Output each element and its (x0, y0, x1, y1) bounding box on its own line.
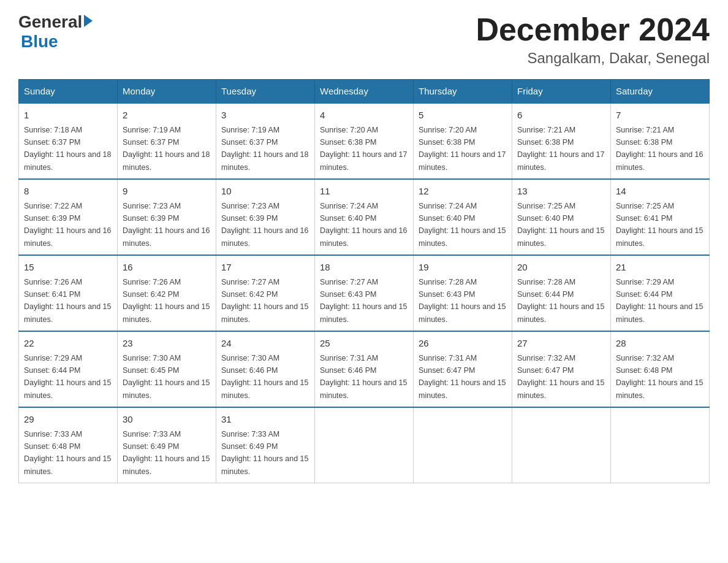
calendar-day-cell: 18 Sunrise: 7:27 AMSunset: 6:43 PMDaylig… (315, 255, 414, 331)
day-info: Sunrise: 7:18 AMSunset: 6:37 PMDaylight:… (24, 126, 111, 172)
column-header-sunday: Sunday (19, 80, 118, 104)
day-info: Sunrise: 7:27 AMSunset: 6:42 PMDaylight:… (221, 278, 308, 324)
day-info: Sunrise: 7:24 AMSunset: 6:40 PMDaylight:… (320, 202, 407, 248)
day-info: Sunrise: 7:31 AMSunset: 6:47 PMDaylight:… (419, 354, 506, 400)
calendar-day-cell: 5 Sunrise: 7:20 AMSunset: 6:38 PMDayligh… (414, 103, 512, 179)
empty-cell (611, 407, 710, 483)
title-block: December 2024 Sangalkam, Dakar, Senegal (476, 12, 710, 67)
day-number: 15 (24, 261, 112, 275)
day-number: 6 (517, 109, 605, 123)
day-info: Sunrise: 7:31 AMSunset: 6:46 PMDaylight:… (320, 354, 407, 400)
day-number: 25 (320, 337, 408, 351)
column-header-tuesday: Tuesday (216, 80, 315, 104)
day-number: 17 (221, 261, 309, 275)
calendar-day-cell: 22 Sunrise: 7:29 AMSunset: 6:44 PMDaylig… (19, 331, 118, 407)
calendar-day-cell: 9 Sunrise: 7:23 AMSunset: 6:39 PMDayligh… (118, 179, 216, 255)
calendar-day-cell: 6 Sunrise: 7:21 AMSunset: 6:38 PMDayligh… (512, 103, 611, 179)
day-number: 30 (123, 413, 211, 427)
calendar-week-row: 29 Sunrise: 7:33 AMSunset: 6:48 PMDaylig… (19, 407, 710, 483)
day-number: 26 (419, 337, 507, 351)
day-number: 2 (123, 109, 211, 123)
day-info: Sunrise: 7:30 AMSunset: 6:45 PMDaylight:… (123, 354, 210, 400)
calendar-day-cell: 23 Sunrise: 7:30 AMSunset: 6:45 PMDaylig… (118, 331, 216, 407)
day-number: 27 (517, 337, 605, 351)
column-header-wednesday: Wednesday (315, 80, 414, 104)
day-info: Sunrise: 7:29 AMSunset: 6:44 PMDaylight:… (24, 354, 111, 400)
day-info: Sunrise: 7:28 AMSunset: 6:44 PMDaylight:… (517, 278, 604, 324)
day-info: Sunrise: 7:26 AMSunset: 6:41 PMDaylight:… (24, 278, 111, 324)
day-info: Sunrise: 7:19 AMSunset: 6:37 PMDaylight:… (123, 126, 210, 172)
day-info: Sunrise: 7:28 AMSunset: 6:43 PMDaylight:… (419, 278, 506, 324)
calendar-day-cell: 31 Sunrise: 7:33 AMSunset: 6:49 PMDaylig… (216, 407, 315, 483)
calendar-week-row: 8 Sunrise: 7:22 AMSunset: 6:39 PMDayligh… (19, 179, 710, 255)
column-header-saturday: Saturday (611, 80, 710, 104)
day-info: Sunrise: 7:30 AMSunset: 6:46 PMDaylight:… (221, 354, 308, 400)
day-number: 7 (616, 109, 704, 123)
calendar-week-row: 15 Sunrise: 7:26 AMSunset: 6:41 PMDaylig… (19, 255, 710, 331)
day-number: 8 (24, 185, 112, 199)
day-number: 23 (123, 337, 211, 351)
empty-cell (512, 407, 611, 483)
calendar-day-cell: 12 Sunrise: 7:24 AMSunset: 6:40 PMDaylig… (414, 179, 512, 255)
calendar-day-cell: 17 Sunrise: 7:27 AMSunset: 6:42 PMDaylig… (216, 255, 315, 331)
logo-arrow-icon (84, 15, 93, 27)
calendar-table: SundayMondayTuesdayWednesdayThursdayFrid… (18, 79, 710, 483)
day-info: Sunrise: 7:19 AMSunset: 6:37 PMDaylight:… (221, 126, 308, 172)
calendar-day-cell: 25 Sunrise: 7:31 AMSunset: 6:46 PMDaylig… (315, 331, 414, 407)
calendar-header-row: SundayMondayTuesdayWednesdayThursdayFrid… (19, 80, 710, 104)
day-info: Sunrise: 7:29 AMSunset: 6:44 PMDaylight:… (616, 278, 703, 324)
page-header: General Blue December 2024 Sangalkam, Da… (18, 12, 710, 67)
logo-general-text: General (18, 12, 82, 32)
day-number: 3 (221, 109, 309, 123)
calendar-day-cell: 14 Sunrise: 7:25 AMSunset: 6:41 PMDaylig… (611, 179, 710, 255)
day-info: Sunrise: 7:25 AMSunset: 6:40 PMDaylight:… (517, 202, 604, 248)
day-number: 28 (616, 337, 704, 351)
day-number: 21 (616, 261, 704, 275)
day-info: Sunrise: 7:21 AMSunset: 6:38 PMDaylight:… (517, 126, 604, 172)
day-info: Sunrise: 7:20 AMSunset: 6:38 PMDaylight:… (419, 126, 506, 172)
day-number: 20 (517, 261, 605, 275)
day-number: 18 (320, 261, 408, 275)
day-info: Sunrise: 7:27 AMSunset: 6:43 PMDaylight:… (320, 278, 407, 324)
day-info: Sunrise: 7:22 AMSunset: 6:39 PMDaylight:… (24, 202, 111, 248)
day-info: Sunrise: 7:24 AMSunset: 6:40 PMDaylight:… (419, 202, 506, 248)
day-number: 12 (419, 185, 507, 199)
calendar-day-cell: 11 Sunrise: 7:24 AMSunset: 6:40 PMDaylig… (315, 179, 414, 255)
day-number: 31 (221, 413, 309, 427)
day-info: Sunrise: 7:33 AMSunset: 6:49 PMDaylight:… (123, 430, 210, 476)
calendar-day-cell: 16 Sunrise: 7:26 AMSunset: 6:42 PMDaylig… (118, 255, 216, 331)
day-number: 1 (24, 109, 112, 123)
calendar-week-row: 1 Sunrise: 7:18 AMSunset: 6:37 PMDayligh… (19, 103, 710, 179)
location-title: Sangalkam, Dakar, Senegal (476, 50, 710, 67)
day-number: 10 (221, 185, 309, 199)
month-title: December 2024 (476, 12, 710, 47)
calendar-day-cell: 15 Sunrise: 7:26 AMSunset: 6:41 PMDaylig… (19, 255, 118, 331)
calendar-day-cell: 21 Sunrise: 7:29 AMSunset: 6:44 PMDaylig… (611, 255, 710, 331)
calendar-day-cell: 24 Sunrise: 7:30 AMSunset: 6:46 PMDaylig… (216, 331, 315, 407)
calendar-day-cell: 30 Sunrise: 7:33 AMSunset: 6:49 PMDaylig… (118, 407, 216, 483)
day-number: 16 (123, 261, 211, 275)
day-number: 19 (419, 261, 507, 275)
calendar-day-cell: 8 Sunrise: 7:22 AMSunset: 6:39 PMDayligh… (19, 179, 118, 255)
day-number: 29 (24, 413, 112, 427)
calendar-day-cell: 27 Sunrise: 7:32 AMSunset: 6:47 PMDaylig… (512, 331, 611, 407)
calendar-day-cell: 19 Sunrise: 7:28 AMSunset: 6:43 PMDaylig… (414, 255, 512, 331)
day-info: Sunrise: 7:33 AMSunset: 6:48 PMDaylight:… (24, 430, 111, 476)
day-number: 4 (320, 109, 408, 123)
day-info: Sunrise: 7:23 AMSunset: 6:39 PMDaylight:… (221, 202, 308, 248)
day-info: Sunrise: 7:33 AMSunset: 6:49 PMDaylight:… (221, 430, 308, 476)
calendar-day-cell: 3 Sunrise: 7:19 AMSunset: 6:37 PMDayligh… (216, 103, 315, 179)
calendar-day-cell: 13 Sunrise: 7:25 AMSunset: 6:40 PMDaylig… (512, 179, 611, 255)
day-info: Sunrise: 7:26 AMSunset: 6:42 PMDaylight:… (123, 278, 210, 324)
logo: General Blue (18, 12, 93, 52)
day-info: Sunrise: 7:25 AMSunset: 6:41 PMDaylight:… (616, 202, 703, 248)
calendar-day-cell: 7 Sunrise: 7:21 AMSunset: 6:38 PMDayligh… (611, 103, 710, 179)
day-info: Sunrise: 7:20 AMSunset: 6:38 PMDaylight:… (320, 126, 407, 172)
calendar-day-cell: 28 Sunrise: 7:32 AMSunset: 6:48 PMDaylig… (611, 331, 710, 407)
calendar-day-cell: 29 Sunrise: 7:33 AMSunset: 6:48 PMDaylig… (19, 407, 118, 483)
calendar-day-cell: 4 Sunrise: 7:20 AMSunset: 6:38 PMDayligh… (315, 103, 414, 179)
column-header-thursday: Thursday (414, 80, 512, 104)
day-info: Sunrise: 7:21 AMSunset: 6:38 PMDaylight:… (616, 126, 703, 172)
column-header-monday: Monday (118, 80, 216, 104)
day-info: Sunrise: 7:32 AMSunset: 6:48 PMDaylight:… (616, 354, 703, 400)
